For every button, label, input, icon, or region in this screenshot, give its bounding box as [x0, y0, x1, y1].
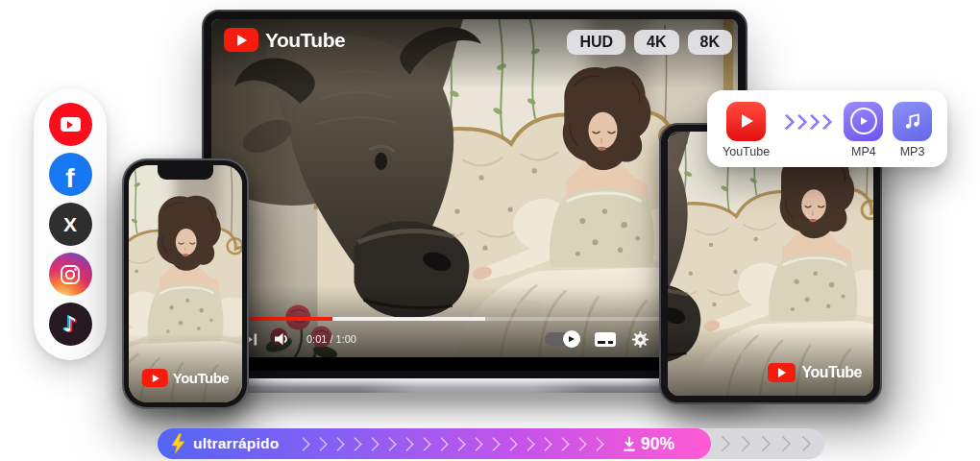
settings-button[interactable]: [632, 331, 649, 348]
volume-button[interactable]: [274, 332, 290, 346]
autoplay-knob-icon: [563, 330, 580, 348]
chevron-icon: [538, 436, 553, 451]
youtube-app-icon: [726, 102, 766, 141]
progress-percent: 90%: [641, 434, 674, 454]
chevron-icon: [590, 436, 605, 451]
phone-device: YouTube: [122, 158, 249, 409]
chevron-icon: [348, 436, 363, 451]
download-icon: [622, 436, 637, 452]
fill-chevrons: [292, 439, 608, 449]
play-circle-icon: [850, 108, 877, 134]
chevron-icon: [573, 436, 588, 451]
youtube-wordmark: YouTube: [173, 370, 229, 386]
chevron-icon: [735, 436, 751, 452]
chevron-icon: [521, 436, 536, 451]
source-format: YouTube: [723, 102, 770, 158]
track-chevrons: [697, 438, 809, 449]
phone-screen: YouTube: [129, 165, 242, 402]
autoplay-toggle[interactable]: [545, 332, 578, 346]
x-icon: X: [63, 213, 77, 236]
target-format-mp3: MP3: [893, 102, 932, 158]
music-note-icon: [903, 111, 922, 131]
youtube-logo: YouTube: [142, 369, 229, 387]
instagram-camera-icon: [60, 264, 81, 285]
chevron-icon: [400, 436, 415, 451]
badge-8k[interactable]: 8K: [688, 30, 732, 55]
chevron-icon: [775, 436, 792, 452]
target-format-mp4: MP4: [844, 102, 883, 158]
subtitles-button[interactable]: [595, 332, 616, 347]
badge-4k[interactable]: 4K: [634, 30, 678, 55]
chevron-icon: [365, 436, 380, 451]
chevron-icon: [486, 436, 502, 451]
youtube-play-icon: [61, 117, 81, 132]
chevron-icon: [755, 436, 772, 452]
chevron-icon: [469, 436, 484, 451]
chevron-icon: [816, 114, 832, 131]
social-rail: f X ♪: [34, 88, 107, 360]
chevron-icon: [417, 436, 432, 451]
speed-label: ultrarrápido: [193, 435, 279, 452]
youtube-logo: YouTube: [224, 28, 345, 52]
download-speed-banner: ultrarrápido 90%: [158, 428, 824, 459]
youtube-logo: YouTube: [768, 363, 862, 382]
chevron-icon: [434, 436, 450, 451]
chevron-icon: [313, 436, 329, 451]
download-progress: 90%: [622, 434, 674, 454]
youtube-play-icon: [142, 369, 168, 387]
tablet-screen: YouTube: [668, 132, 873, 396]
mp3-icon[interactable]: [893, 102, 932, 141]
chevron-icon: [331, 436, 346, 451]
tiktok-note-icon: ♪: [63, 312, 77, 336]
chevron-icon: [452, 436, 467, 451]
social-icon-facebook[interactable]: f: [49, 153, 92, 196]
social-icon-x[interactable]: X: [49, 203, 92, 246]
youtube-play-icon: [768, 363, 796, 382]
youtube-play-icon: [224, 28, 258, 52]
format-conversion-card: YouTube MP4 MP3: [707, 90, 947, 167]
hero-graphic: f X ♪ YouTube: [0, 0, 980, 461]
chevron-icon: [715, 436, 731, 452]
mp4-label: MP4: [851, 145, 876, 158]
video-still: [668, 132, 873, 396]
lightning-icon: [171, 433, 185, 454]
source-format-label: YouTube: [723, 145, 770, 158]
phone-notch: [158, 165, 213, 180]
chevron-icon: [555, 436, 571, 451]
chevron-icon: [503, 436, 519, 451]
chevron-icon: [796, 436, 812, 452]
conversion-arrows-icon: [781, 116, 831, 128]
mp4-icon[interactable]: [844, 102, 883, 141]
mp3-label: MP3: [900, 145, 925, 158]
facebook-f-icon: f: [65, 163, 74, 194]
chevron-icon: [296, 436, 311, 451]
social-icon-youtube[interactable]: [49, 103, 92, 146]
youtube-wordmark: YouTube: [265, 29, 345, 52]
badge-hud[interactable]: HUD: [567, 30, 625, 55]
quality-badges: HUD 4K 8K: [567, 30, 732, 55]
time-display: 0:01 / 1:00: [306, 333, 356, 345]
social-icon-instagram[interactable]: [49, 253, 92, 296]
subtitles-icon: [595, 332, 616, 347]
youtube-wordmark: YouTube: [801, 364, 862, 381]
video-still: [129, 165, 242, 402]
volume-icon: [274, 332, 290, 346]
speed-progress-fill: ultrarrápido 90%: [158, 428, 711, 459]
chevron-icon: [382, 436, 398, 451]
gear-icon: [632, 331, 649, 348]
social-icon-tiktok[interactable]: ♪: [49, 303, 92, 346]
